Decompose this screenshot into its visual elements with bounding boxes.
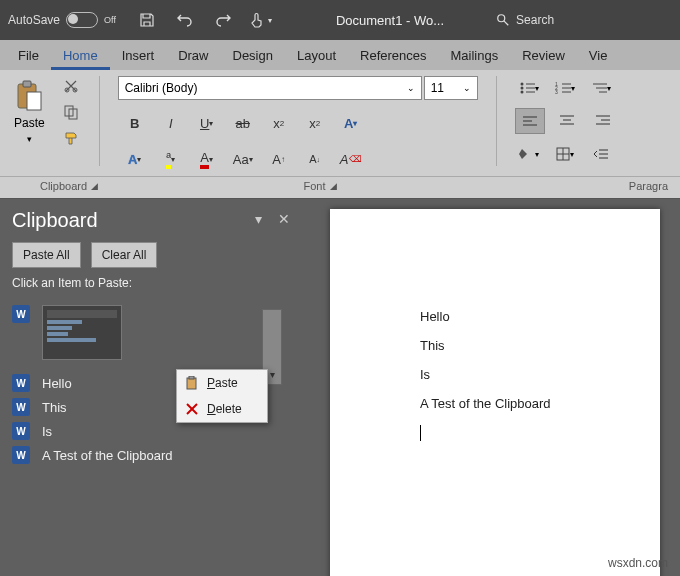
font-launcher-icon[interactable]: ◢ <box>330 181 337 191</box>
ribbon-tabs: File Home Insert Draw Design Layout Refe… <box>0 40 680 70</box>
font-name-value: Calibri (Body) <box>125 81 198 95</box>
paste-all-button[interactable]: Paste All <box>12 242 81 268</box>
group-paragraph-label: Paragra <box>629 180 668 192</box>
context-delete[interactable]: Delete <box>177 396 267 422</box>
svg-line-1 <box>504 21 508 25</box>
clipboard-item[interactable]: W <box>12 302 288 363</box>
change-case-button[interactable]: Aa▾ <box>226 144 260 174</box>
underline-button[interactable]: U ▾ <box>190 108 224 138</box>
svg-rect-3 <box>23 81 31 87</box>
touch-mode-icon[interactable]: ▾ <box>244 3 278 37</box>
multilevel-list-button[interactable]: ▾ <box>587 76 615 100</box>
autosave-label: AutoSave <box>8 13 60 27</box>
copy-icon[interactable] <box>61 102 81 122</box>
document-page[interactable]: Hello This Is A Test of the Clipboard <box>330 209 660 576</box>
text-effects-button[interactable]: A▾ <box>334 108 368 138</box>
tab-references[interactable]: References <box>348 40 438 70</box>
grow-font-button[interactable]: A↑ <box>262 144 296 174</box>
search-label: Search <box>516 13 554 27</box>
clipboard-item-text: A Test of the Clipboard <box>42 448 173 463</box>
tab-view[interactable]: Vie <box>577 40 620 70</box>
clipboard-item[interactable]: W A Test of the Clipboard <box>12 443 288 467</box>
group-font-label: Font <box>303 180 325 192</box>
borders-button[interactable]: ▾ <box>551 142 579 166</box>
clear-all-button[interactable]: Clear All <box>91 242 158 268</box>
paste-icon <box>185 376 199 390</box>
tab-file[interactable]: File <box>6 40 51 70</box>
decrease-indent-button[interactable] <box>587 142 615 166</box>
context-menu: Paste Delete <box>176 369 268 423</box>
autosave-state: Off <box>104 15 116 25</box>
autosave-toggle[interactable]: AutoSave Off <box>8 12 116 28</box>
document-line: Hello <box>420 309 660 324</box>
context-paste[interactable]: Paste <box>177 370 267 396</box>
word-icon: W <box>12 374 30 392</box>
bullets-button[interactable]: ▾ <box>515 76 543 100</box>
tab-layout[interactable]: Layout <box>285 40 348 70</box>
highlight-button[interactable]: ª▾ <box>154 144 188 174</box>
pane-options-icon[interactable]: ▾ <box>255 211 262 227</box>
clipboard-launcher-icon[interactable]: ◢ <box>91 181 98 191</box>
word-icon: W <box>12 422 30 440</box>
clear-formatting-button[interactable]: A⌫ <box>334 144 368 174</box>
font-size-value: 11 <box>431 81 444 95</box>
paste-label: Paste <box>14 116 45 130</box>
ribbon-group-labels: Clipboard ◢ Font ◢ Paragra <box>0 177 680 199</box>
chevron-down-icon: ▾ <box>27 134 32 144</box>
numbering-button[interactable]: 123▾ <box>551 76 579 100</box>
clipboard-item-text: Hello <box>42 376 72 391</box>
align-center-button[interactable] <box>553 108 581 132</box>
svg-point-9 <box>520 83 523 86</box>
superscript-button[interactable]: x2 <box>298 108 332 138</box>
undo-icon[interactable] <box>168 3 202 37</box>
paste-button[interactable]: Paste ▾ <box>8 76 51 148</box>
tab-mailings[interactable]: Mailings <box>439 40 511 70</box>
save-icon[interactable] <box>130 3 164 37</box>
group-paragraph: ▾ 123▾ ▾ ▾ ▾ <box>515 76 617 174</box>
group-font: Calibri (Body) ⌄ 11 ⌄ B I U ▾ ab x2 x2 A… <box>118 76 478 174</box>
ctx-paste-suffix: aste <box>215 376 238 390</box>
align-left-button[interactable] <box>515 108 545 134</box>
ctx-delete-suffix: elete <box>216 402 242 416</box>
cut-icon[interactable] <box>61 76 81 96</box>
align-right-button[interactable] <box>589 108 617 132</box>
svg-rect-39 <box>187 378 196 389</box>
word-icon: W <box>12 305 30 323</box>
font-name-combo[interactable]: Calibri (Body) ⌄ <box>118 76 422 100</box>
clipboard-hint: Click an Item to Paste: <box>12 276 288 290</box>
subscript-button[interactable]: x2 <box>262 108 296 138</box>
page-canvas[interactable]: Hello This Is A Test of the Clipboard <box>300 199 680 576</box>
clipboard-pane-title: Clipboard <box>12 209 288 232</box>
search-box[interactable]: Search <box>488 9 562 31</box>
delete-icon <box>185 402 199 416</box>
clipboard-pane: ▾ ✕ Clipboard Paste All Clear All Click … <box>0 199 300 576</box>
clipboard-item-text: This <box>42 400 67 415</box>
word-icon: W <box>12 398 30 416</box>
title-bar: AutoSave Off ▾ Document1 - Wo... Search <box>0 0 680 40</box>
svg-rect-4 <box>27 92 41 110</box>
format-painter-icon[interactable] <box>61 128 81 148</box>
clipboard-item-text: Is <box>42 424 52 439</box>
clipboard-preview-thumb <box>42 305 122 360</box>
strike-button[interactable]: ab <box>226 108 260 138</box>
tab-design[interactable]: Design <box>221 40 285 70</box>
redo-icon[interactable] <box>206 3 240 37</box>
document-line: Is <box>420 367 660 382</box>
bold-button[interactable]: B <box>118 108 152 138</box>
tab-home[interactable]: Home <box>51 40 110 70</box>
watermark: wsxdn.com <box>608 556 668 570</box>
autosave-switch[interactable] <box>66 12 98 28</box>
text-effects-gallery-button[interactable]: A▾ <box>118 144 152 174</box>
font-size-combo[interactable]: 11 ⌄ <box>424 76 478 100</box>
italic-button[interactable]: I <box>154 108 188 138</box>
shading-button[interactable]: ▾ <box>515 142 543 166</box>
work-area: ▾ ✕ Clipboard Paste All Clear All Click … <box>0 199 680 576</box>
shrink-font-button[interactable]: A↓ <box>298 144 332 174</box>
chevron-down-icon: ⌄ <box>407 83 415 93</box>
tab-review[interactable]: Review <box>510 40 577 70</box>
tab-draw[interactable]: Draw <box>166 40 220 70</box>
font-color-button[interactable]: A▾ <box>190 144 224 174</box>
tab-insert[interactable]: Insert <box>110 40 167 70</box>
pane-close-icon[interactable]: ✕ <box>278 211 290 227</box>
group-clipboard: Paste ▾ <box>8 76 81 174</box>
